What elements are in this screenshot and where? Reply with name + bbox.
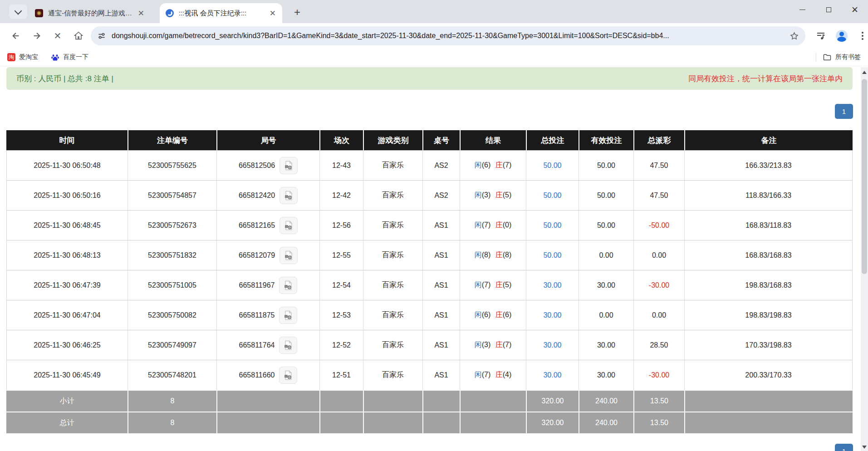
- page-scrollbar[interactable]: [861, 67, 868, 451]
- new-tab-button[interactable]: +: [290, 5, 304, 19]
- subtotal-valid-bet: 240.00: [579, 390, 633, 412]
- video-replay-button[interactable]: [279, 367, 297, 384]
- cell-payout: 0.00: [633, 240, 684, 270]
- bookmark-aitaobao[interactable]: 淘 爱淘宝: [7, 53, 38, 61]
- cell-table-no: AS1: [422, 240, 460, 270]
- cell-total-bet[interactable]: 50.00: [526, 150, 579, 180]
- cell-total-bet[interactable]: 30.00: [526, 330, 579, 360]
- video-replay-icon: [283, 310, 294, 321]
- header-table-no: 桌号: [422, 130, 460, 150]
- cell-total-bet[interactable]: 30.00: [526, 360, 579, 390]
- cell-valid-bet: 30.00: [579, 360, 633, 390]
- tab-2-active[interactable]: :::视讯 会员下注纪录::: ✕: [160, 3, 282, 23]
- cell-total-bet[interactable]: 30.00: [526, 270, 579, 300]
- scroll-up-button[interactable]: [861, 68, 868, 76]
- stop-icon: ✕: [54, 30, 62, 41]
- player-result: 闲: [475, 281, 482, 289]
- maximize-button[interactable]: [815, 0, 842, 19]
- player-result: 闲: [475, 311, 482, 319]
- cell-time: 2025-11-30 06:50:48: [6, 150, 128, 180]
- back-icon: [11, 31, 21, 41]
- cell-session: 12-55: [319, 240, 363, 270]
- video-replay-icon: [283, 160, 294, 171]
- header-result: 结果: [460, 130, 526, 150]
- url-bar[interactable]: dongshouji.com/game/betrecord_search/kin…: [91, 26, 805, 45]
- cell-bet-id: 523005750082: [128, 300, 216, 330]
- forward-button[interactable]: [27, 26, 46, 45]
- chevron-down-icon: [15, 7, 22, 15]
- tab-close-icon[interactable]: ✕: [137, 9, 145, 18]
- table-row: 2025-11-30 06:47:04 523005750082 6658118…: [6, 300, 853, 330]
- url-text[interactable]: dongshouji.com/game/betrecord_search/kin…: [112, 32, 784, 40]
- banker-result: 庄: [495, 311, 503, 319]
- cell-time: 2025-11-30 06:48:13: [6, 240, 128, 270]
- header-bet-id: 注单编号: [128, 130, 216, 150]
- stop-button[interactable]: ✕: [48, 26, 67, 45]
- baidu-paw-icon: [51, 53, 59, 62]
- header-game-type: 游戏类别: [363, 130, 422, 150]
- cell-session: 12-56: [319, 210, 363, 240]
- pagination-page-1-bottom[interactable]: 1: [835, 444, 853, 451]
- cell-game-type: 百家乐: [363, 270, 422, 300]
- video-replay-icon: [283, 280, 294, 291]
- video-replay-button[interactable]: [279, 307, 297, 324]
- minimize-button[interactable]: [789, 0, 815, 19]
- cell-table-no: AS1: [422, 270, 460, 300]
- close-button[interactable]: ✕: [842, 0, 868, 19]
- cell-bet-id: 523005748201: [128, 360, 216, 390]
- header-round: 局号: [216, 130, 319, 150]
- tab-search-button[interactable]: [9, 5, 27, 19]
- cell-result: 闲(3) 庄(7): [460, 330, 526, 360]
- cell-bet-id: 523005751832: [128, 240, 216, 270]
- back-button[interactable]: [6, 26, 25, 45]
- tab-strip: 通宝-信誉最好的网上游戏平台 ✕ :::视讯 会员下注纪录::: ✕ + ✕: [0, 0, 868, 23]
- cell-total-bet[interactable]: 50.00: [526, 240, 579, 270]
- video-replay-button[interactable]: [279, 277, 297, 294]
- cell-table-no: AS2: [422, 150, 460, 180]
- cell-payout: -50.00: [633, 210, 684, 240]
- browser-toolbar: ✕ dongshouji.com/game/betrecord_search/k…: [0, 23, 868, 49]
- profile-avatar[interactable]: [832, 26, 851, 45]
- video-replay-button[interactable]: [279, 337, 297, 354]
- cell-remark: 118.83/166.33: [684, 180, 853, 210]
- cell-round: 665812420: [216, 180, 319, 210]
- scroll-down-button[interactable]: [861, 443, 868, 451]
- tab-1[interactable]: 通宝-信誉最好的网上游戏平台 ✕: [29, 3, 151, 23]
- cell-time: 2025-11-30 06:50:16: [6, 180, 128, 210]
- cell-session: 12-54: [319, 270, 363, 300]
- cell-remark: 166.33/213.83: [684, 150, 853, 180]
- pagination-page-1-top[interactable]: 1: [835, 104, 853, 119]
- cell-table-no: AS2: [422, 180, 460, 210]
- tab-close-icon[interactable]: ✕: [269, 9, 277, 18]
- cell-total-bet[interactable]: 30.00: [526, 300, 579, 330]
- casino-chip-icon: [34, 9, 44, 18]
- video-replay-icon: [283, 220, 294, 231]
- player-result: 闲: [475, 191, 482, 199]
- cell-total-bet[interactable]: 50.00: [526, 210, 579, 240]
- video-replay-button[interactable]: [280, 247, 298, 264]
- video-replay-icon: [283, 370, 294, 381]
- total-row: 总计 8 320.00 240.00 13.50: [6, 412, 853, 433]
- home-button[interactable]: [69, 26, 88, 45]
- player-result: 闲: [475, 341, 482, 348]
- cell-bet-id: 523005752673: [128, 210, 216, 240]
- all-bookmarks-button[interactable]: 所有书签: [823, 53, 861, 62]
- cell-total-bet[interactable]: 50.00: [526, 180, 579, 210]
- banker-result: 庄: [495, 371, 503, 378]
- cell-payout: 47.50: [633, 150, 684, 180]
- bookmark-star-icon[interactable]: [790, 31, 799, 41]
- round-number: 665811875: [239, 311, 275, 319]
- bookmark-baidu[interactable]: 百度一下: [51, 53, 88, 62]
- browser-menu-button[interactable]: [853, 26, 868, 45]
- video-replay-icon: [283, 190, 294, 201]
- bookmark-label: 爱淘宝: [19, 53, 38, 61]
- video-replay-button[interactable]: [280, 157, 298, 174]
- header-payout: 总派彩: [633, 130, 684, 150]
- total-payout: 13.50: [633, 412, 684, 433]
- table-row: 2025-11-30 06:45:49 523005748201 6658116…: [6, 360, 853, 390]
- video-replay-button[interactable]: [280, 187, 298, 204]
- video-replay-button[interactable]: [280, 217, 298, 234]
- total-total-bet: 320.00: [526, 412, 579, 433]
- scrollbar-thumb[interactable]: [862, 79, 867, 274]
- media-controls-button[interactable]: [811, 26, 830, 45]
